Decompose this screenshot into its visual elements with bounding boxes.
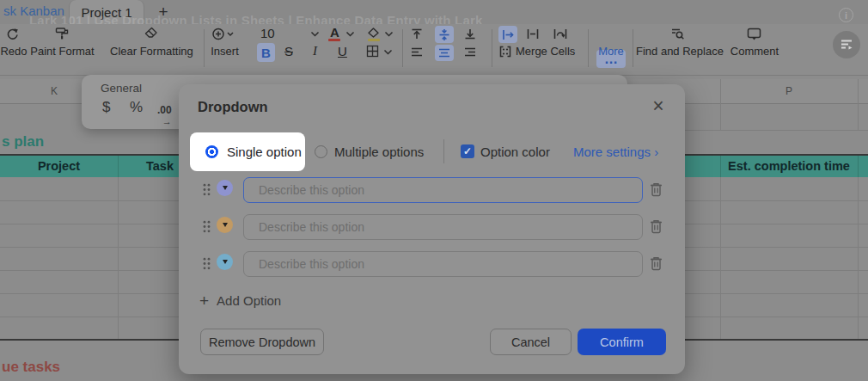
- toolbar: Redo Paint Format Clear Formatting Inser…: [0, 24, 868, 76]
- trash-icon[interactable]: [650, 219, 663, 234]
- confirm-button[interactable]: Confirm: [578, 329, 666, 355]
- add-option-button[interactable]: + Add Option: [199, 293, 281, 308]
- gridline: [720, 79, 721, 130]
- info-icon[interactable]: i: [839, 8, 853, 22]
- underline-button[interactable]: U: [338, 44, 347, 58]
- column-header-p[interactable]: P: [720, 85, 858, 97]
- redo-icon[interactable]: [5, 27, 20, 40]
- strikethrough-button[interactable]: S: [284, 44, 293, 58]
- find-replace-icon[interactable]: [670, 28, 685, 41]
- merge-cells-label[interactable]: Merge Cells: [516, 45, 580, 58]
- redo-label[interactable]: Redo: [0, 45, 29, 58]
- more-settings-link[interactable]: More settings ›: [573, 144, 658, 159]
- single-option-label: Single option: [227, 144, 302, 159]
- close-icon[interactable]: ×: [645, 93, 671, 119]
- insert-label[interactable]: Insert: [207, 45, 242, 58]
- drag-handle-icon[interactable]: [203, 257, 211, 270]
- find-replace-label[interactable]: Find and Replace: [636, 45, 719, 58]
- text-rotate-icon[interactable]: [553, 28, 567, 40]
- italic-button[interactable]: I: [313, 44, 317, 58]
- drag-handle-icon[interactable]: [203, 220, 211, 233]
- column-header-k[interactable]: K: [34, 85, 74, 97]
- table-title-bottom-partial: ue tasks: [2, 359, 60, 376]
- chevron-down-icon[interactable]: [345, 31, 355, 37]
- comment-label[interactable]: Comment: [730, 45, 779, 58]
- option-color-swatch[interactable]: [217, 254, 233, 270]
- multiple-options-radio[interactable]: [315, 145, 327, 158]
- dialog-divider: [443, 139, 444, 163]
- toolbar-collapse-button[interactable]: [833, 31, 860, 58]
- decimal-arrow: →: [157, 118, 172, 126]
- percent-format-icon[interactable]: %: [130, 99, 143, 116]
- toolbar-divider: [588, 29, 589, 67]
- trash-icon[interactable]: [650, 182, 663, 197]
- option-color-checkbox[interactable]: ✓: [461, 144, 474, 158]
- text-overflow-icon[interactable]: [498, 26, 517, 43]
- number-format-title: General: [101, 82, 142, 95]
- toolbar-divider: [402, 29, 403, 67]
- toolbar-divider: [633, 29, 633, 67]
- align-right-icon[interactable]: [464, 47, 476, 57]
- table-title-partial: s plan: [2, 133, 44, 151]
- drag-handle-icon[interactable]: [203, 183, 211, 196]
- swatch-caret-icon: [223, 260, 228, 264]
- clear-formatting-icon[interactable]: [144, 27, 158, 40]
- radio-selected-icon: [205, 145, 218, 158]
- decimal-format-icon[interactable]: .00 →: [157, 101, 172, 126]
- plus-icon: +: [199, 294, 209, 307]
- swatch-caret-icon: [223, 223, 228, 227]
- currency-format-icon[interactable]: $: [102, 99, 110, 116]
- bold-button[interactable]: B: [257, 43, 275, 62]
- merge-cells-icon[interactable]: [499, 46, 511, 58]
- clear-formatting-label[interactable]: Clear Formatting: [110, 45, 192, 58]
- borders-icon[interactable]: [366, 45, 379, 58]
- multiple-options-label[interactable]: Multiple options: [334, 144, 424, 159]
- more-settings-label: More settings: [573, 144, 651, 159]
- header-cell-project[interactable]: Project: [0, 159, 118, 173]
- option-input-1[interactable]: [243, 177, 643, 203]
- paint-format-label[interactable]: Paint Format: [26, 45, 99, 58]
- more-label[interactable]: More: [596, 45, 626, 58]
- option-input-2[interactable]: [243, 214, 643, 240]
- option-color-swatch[interactable]: [217, 217, 233, 233]
- insert-icon[interactable]: [212, 28, 235, 40]
- text-clip-icon[interactable]: [527, 28, 539, 40]
- gridline: [685, 130, 868, 131]
- paint-format-icon[interactable]: [55, 27, 70, 40]
- align-center-icon[interactable]: [435, 45, 454, 61]
- cancel-button[interactable]: Cancel: [490, 329, 572, 355]
- single-option-radio[interactable]: Single option: [190, 132, 305, 171]
- chevron-down-icon[interactable]: [384, 31, 394, 37]
- valign-top-icon[interactable]: [411, 28, 423, 40]
- chevron-down-icon[interactable]: [310, 31, 320, 37]
- decimal-label: .00: [157, 104, 172, 116]
- dropdown-dialog: Dropdown × Single option Multiple option…: [179, 84, 685, 374]
- gridline: [858, 177, 859, 339]
- font-color-icon[interactable]: A: [330, 25, 339, 40]
- header-cell-task[interactable]: Task: [146, 159, 174, 173]
- option-row: [179, 214, 685, 240]
- valign-bottom-icon[interactable]: [464, 28, 476, 40]
- option-row: [179, 177, 685, 203]
- chevron-down-icon[interactable]: [383, 49, 393, 55]
- option-color-label[interactable]: Option color: [480, 144, 550, 159]
- swatch-caret-icon: [223, 186, 228, 190]
- trash-icon[interactable]: [650, 256, 663, 271]
- option-input-3[interactable]: [243, 251, 643, 277]
- toolbar-divider: [204, 29, 205, 67]
- align-left-icon[interactable]: [411, 47, 423, 57]
- comment-icon[interactable]: [747, 28, 761, 41]
- add-option-label: Add Option: [217, 293, 281, 308]
- fill-color-icon[interactable]: [367, 28, 380, 38]
- app-window: sk Kanban Project 1 + Lark 101 | Use Dro…: [0, 0, 868, 381]
- font-color-bar: [328, 39, 340, 41]
- valign-middle-icon[interactable]: [435, 26, 454, 43]
- header-cell-est-completion[interactable]: Est. completion time: [720, 159, 858, 173]
- option-color-swatch[interactable]: [217, 180, 233, 196]
- gridline: [118, 177, 119, 339]
- font-size-value[interactable]: 10: [260, 26, 275, 40]
- remove-dropdown-button[interactable]: Remove Dropdown: [200, 329, 324, 355]
- dialog-title: Dropdown: [198, 99, 268, 115]
- fill-color-bar: [368, 39, 380, 41]
- toolbar-collapse-icon: [840, 40, 853, 50]
